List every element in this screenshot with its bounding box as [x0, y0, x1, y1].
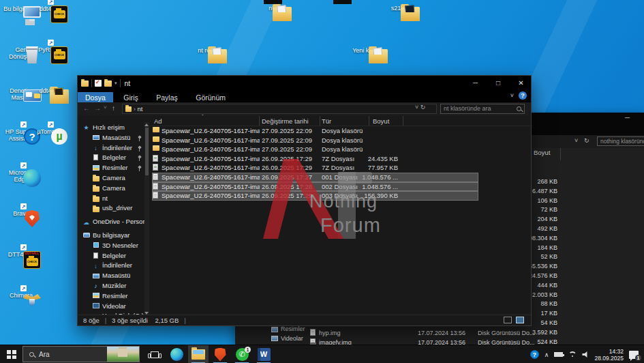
column-separator[interactable] — [259, 116, 260, 126]
address-bar[interactable]: › nt — [122, 104, 437, 114]
desktop-icon-pyren[interactable]: CHECK↗PyREN — [30, 45, 67, 53]
taskbar-word[interactable]: W — [254, 345, 274, 363]
column-header-date[interactable]: Değiştirme tarihi — [262, 117, 309, 125]
bg-sidebar-item-videolar[interactable]: Videolar — [271, 335, 303, 342]
3d-objects-icon — [91, 242, 100, 249]
column-separator[interactable] — [369, 116, 369, 126]
sidebar-item-nt[interactable]: nt — [78, 194, 144, 204]
file-row[interactable]: Spacewar_U2.6-240705-1617-image-boo...26… — [152, 154, 478, 164]
file-row[interactable]: Spacewar_U2.6-240705-1617-image-logi...2… — [152, 173, 478, 182]
bg-refresh-icon[interactable]: ↻ — [584, 137, 589, 144]
sidebar-item-usb-driver[interactable]: usb_driver — [78, 204, 144, 214]
taskbar-explorer[interactable] — [188, 345, 209, 363]
speaker-icon[interactable] — [582, 351, 589, 358]
tray-expand-icon[interactable]: ∧ — [545, 351, 549, 358]
taskbar-brave[interactable] — [210, 345, 230, 363]
file-row[interactable]: Spacewar_U2.6-240705-1617-image-logi...2… — [152, 145, 478, 154]
bg-file-type: Disk Görüntüsü Do... — [478, 330, 535, 336]
sidebar-item-masa-st-[interactable]: Masaüstü — [78, 272, 144, 281]
details-view-icon[interactable] — [504, 317, 512, 323]
file-row[interactable]: Spacewar_U2.6-240705-1617-image-boot27.0… — [152, 126, 478, 136]
sidebar-item-3d-nesneler[interactable]: 3D Nesneler — [78, 242, 144, 251]
up-icon[interactable]: ↑ — [112, 104, 115, 112]
wifi-icon[interactable] — [568, 351, 577, 358]
taskbar-search[interactable]: Ara — [22, 346, 140, 362]
file-row[interactable]: Spacewar_U2.6-240705-1617-image-logi...2… — [152, 182, 478, 192]
sidebar-item-resimler[interactable]: Resimler — [78, 164, 144, 173]
column-header-size[interactable]: Boyut — [373, 117, 389, 125]
bg-minimize-button[interactable]: ─ — [625, 114, 630, 121]
sidebar-item-m-zikler[interactable]: ♪Müzikler — [78, 282, 144, 291]
desktop-folder-nt-rom[interactable]: nt rom — [188, 46, 225, 54]
help-icon[interactable]: ? — [519, 91, 527, 100]
scrollbar-thumb[interactable] — [145, 128, 149, 175]
folder-icon — [208, 49, 227, 63]
file-row[interactable]: Spacewar_U2.6-240705-1617-image-firm...2… — [152, 163, 478, 173]
sidebar-item-i-ndirilenler[interactable]: ↓İndirilenler — [78, 261, 144, 271]
desktop-icon-dtt4all[interactable]: DDT4ALLCHECK↗DTT4ALL — [3, 250, 40, 258]
sidebar-item-resimler[interactable]: Resimler — [78, 292, 144, 302]
start-button[interactable] — [7, 350, 16, 359]
sidebar-item-label: Videolar — [102, 302, 126, 310]
sidebar-item-camera[interactable]: Camera — [78, 174, 144, 184]
desktop-folder-s21-fe[interactable]: s21 fe — [381, 3, 418, 12]
bg-column-header-size[interactable]: Boyut — [534, 149, 550, 156]
column-header-name[interactable]: Ad — [154, 117, 162, 125]
address-dropdown-refresh[interactable]: ˅ ↻ — [415, 104, 425, 111]
sidebar-scrollbar[interactable] — [144, 122, 149, 316]
desktop-icon-brave[interactable]: ↗Brave — [3, 209, 40, 217]
desktop-folder-nt[interactable]: nt — [253, 3, 290, 12]
minimize-button[interactable]: ─ — [465, 76, 485, 91]
folder-icon — [125, 106, 132, 112]
taskbar-whatsapp[interactable]: ✆1 — [232, 345, 252, 363]
desktop-folder-yeni-klas-r[interactable]: Yeni klasör — [349, 46, 386, 54]
desktop-icon--torrent[interactable]: µ↗µTorrent — [30, 127, 67, 135]
sidebar-item-belgeler[interactable]: Belgeler — [78, 252, 144, 261]
action-center-icon[interactable]: 1 — [629, 351, 639, 359]
column-header-type[interactable]: Tür — [322, 117, 331, 125]
column-separator[interactable] — [403, 116, 403, 126]
desktop-icon-microsoft-edge[interactable]: ↗Microsoft Edge — [3, 168, 40, 183]
sidebar-item-belgeler[interactable]: Belgeler — [78, 154, 144, 163]
file-name: Spacewar_U2.6-240705-1617-image-boo... — [162, 155, 260, 162]
sidebar-item-masa-st-[interactable]: Masaüstü — [78, 134, 144, 143]
sidebar-item-videolar[interactable]: Videolar — [78, 302, 144, 312]
expand-ribbon-icon[interactable]: ˅ — [510, 92, 514, 99]
desktop-icon-ddt4all[interactable]: CHECK↗ddt4all — [30, 4, 67, 12]
sidebar-item-h-zl-eri-im[interactable]: ★Hızlı erişim — [78, 124, 144, 133]
forward-icon[interactable]: → — [94, 104, 101, 112]
search-highlight-image[interactable] — [107, 347, 139, 362]
new-folder-icon[interactable] — [104, 81, 112, 87]
maximize-button[interactable]: □ — [489, 76, 508, 91]
qat-dropdown-icon[interactable]: ▾ — [114, 81, 117, 86]
ribbon-tabs: Dosya Giriş Paylaş Görünüm — [78, 91, 531, 102]
bg-sidebar-item-resimler[interactable]: Resimler — [271, 325, 305, 332]
battery-icon[interactable] — [554, 352, 563, 357]
bg-search-input[interactable]: nothing klasöründe ara — [597, 136, 644, 146]
recent-locations-icon[interactable]: ˅ — [104, 104, 107, 111]
file-name: Spacewar_U2.6-240705-1617-image-logi... — [162, 192, 260, 199]
search-input[interactable]: nt klasöründe ara — [440, 104, 525, 114]
close-button[interactable]: ✕ — [511, 76, 531, 91]
properties-icon[interactable] — [95, 80, 102, 87]
task-view-button[interactable] — [144, 345, 165, 363]
desktop-icon-ddt4all[interactable]: ddt4all — [30, 86, 67, 94]
sidebar-item-camera[interactable]: Camera — [78, 184, 144, 194]
column-separator[interactable] — [320, 116, 320, 126]
file-row[interactable]: Spacewar_U2.6-240705-1617-image-logi...2… — [152, 191, 478, 201]
bg-address-dropdown-icon[interactable]: ˅ — [574, 137, 578, 144]
taskbar-edge[interactable] — [166, 345, 187, 363]
shortcut-arrow-icon: ↗ — [20, 203, 27, 209]
titlebar[interactable]: ▾ nt ─ □ ✕ — [78, 76, 531, 91]
file-size: 1.048.576 ... — [354, 173, 398, 181]
taskbar-clock[interactable]: 14:32 28.09.2025 — [594, 348, 624, 362]
thumbnail-view-icon[interactable] — [516, 317, 524, 323]
sidebar-item-i-ndirilenler[interactable]: ↓İndirilenler — [78, 144, 144, 154]
hp-tray-icon[interactable]: ? — [530, 350, 539, 359]
sidebar-item-onedrive-person[interactable]: ☁OneDrive - Person — [78, 218, 144, 227]
scroll-up-icon[interactable] — [144, 124, 149, 126]
desktop-icon-chimera[interactable]: ↗Chimera — [3, 291, 40, 299]
file-row[interactable]: Spacewar_U2.6-240705-1617-image-firm...2… — [152, 136, 478, 145]
sidebar-item-bu-bilgisayar[interactable]: Bu bilgisayar — [78, 231, 144, 241]
back-icon[interactable]: ← — [83, 104, 90, 112]
